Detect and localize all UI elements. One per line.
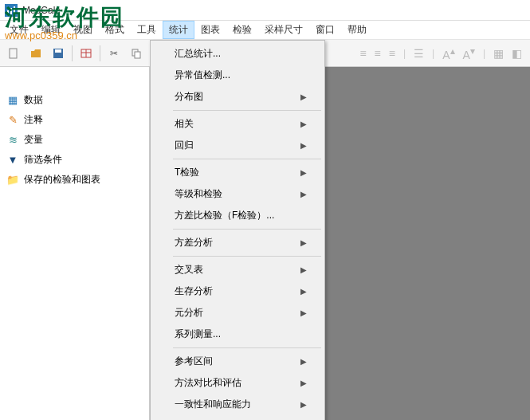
menu-item[interactable]: 异常值检测... — [152, 65, 323, 86]
chevron-right-icon: ▶ — [300, 238, 307, 247]
chevron-right-icon: ▶ — [300, 357, 307, 366]
scissors-icon[interactable]: ✂ — [105, 45, 123, 62]
filter-icon: ▼ — [6, 154, 19, 167]
menu-item-label: T检验 — [175, 166, 199, 179]
menu-item-label: 系列测量... — [175, 328, 221, 341]
open-icon[interactable] — [27, 45, 45, 62]
titlebar: MedCalc — [0, 0, 530, 21]
menu-edit[interactable]: 编辑 — [35, 21, 67, 39]
folder-icon: 📁 — [6, 174, 19, 186]
menu-item[interactable]: 交叉表▶ — [152, 259, 323, 281]
format-toolbar: ≡ ≡ ≡ | ☰ | A▴ A▾ | ▦ ◧ — [359, 40, 530, 67]
menu-item-label: 分布图 — [175, 90, 203, 104]
svg-rect-2 — [14, 6, 15, 14]
menu-item-label: 一致性和响应能力 — [175, 398, 251, 411]
align-center-icon[interactable]: ≡ — [375, 47, 381, 60]
menu-item[interactable]: T检验▶ — [152, 162, 323, 183]
list-icon[interactable]: ☰ — [414, 47, 424, 60]
menu-item[interactable]: 生存分析▶ — [152, 281, 323, 302]
menu-item[interactable]: 参考区间▶ — [152, 351, 323, 372]
sidebar-item-filter[interactable]: ▼ 筛选条件 — [0, 151, 149, 169]
menu-item-label: 参考区间 — [175, 355, 213, 368]
menu-divider — [173, 347, 321, 348]
chevron-right-icon: ▶ — [300, 141, 307, 150]
sidebar-item-label: 注释 — [24, 113, 43, 127]
chevron-right-icon: ▶ — [300, 265, 307, 274]
menu-statistics[interactable]: 统计 — [163, 21, 194, 39]
font-decrease-icon[interactable]: A▾ — [463, 45, 475, 61]
menu-item-label: 元分析 — [175, 306, 203, 320]
menu-item-label: 交叉表 — [175, 263, 203, 277]
menu-item-label: 生存分析 — [175, 285, 213, 298]
table-icon[interactable] — [77, 45, 95, 62]
sidebar-item-label: 数据 — [24, 93, 43, 107]
chevron-right-icon: ▶ — [300, 190, 307, 198]
layout-icon[interactable]: ▦ — [493, 47, 504, 60]
save-icon[interactable] — [49, 45, 67, 62]
align-right-icon[interactable]: ≡ — [389, 47, 395, 60]
svg-rect-10 — [135, 52, 140, 58]
sidebar-item-variables[interactable]: ≋ 变量 — [0, 131, 149, 149]
menu-item[interactable]: 方法对比和评估▶ — [152, 372, 323, 394]
menu-item[interactable]: 方差分析▶ — [152, 232, 323, 253]
svg-rect-0 — [7, 10, 9, 14]
menu-item-label: 异常值检测... — [175, 69, 230, 82]
menu-item[interactable]: 一致性和响应能力▶ — [152, 394, 323, 415]
svg-rect-1 — [10, 8, 12, 14]
menu-item-label: 方差分析 — [175, 236, 213, 249]
menu-item[interactable]: 系列测量... — [152, 324, 323, 345]
chevron-right-icon: ▶ — [300, 287, 307, 296]
chevron-right-icon: ▶ — [300, 379, 307, 387]
menu-help[interactable]: 帮助 — [341, 21, 373, 39]
menu-chart[interactable]: 图表 — [194, 21, 226, 39]
font-increase-icon[interactable]: A▴ — [442, 45, 454, 61]
new-icon[interactable] — [5, 45, 22, 62]
sidebar: ▦ 数据 ✎ 注释 ≋ 变量 ▼ 筛选条件 📁 保存的检验和图表 — [0, 67, 150, 420]
menu-view[interactable]: 视图 — [67, 21, 99, 39]
menu-divider — [173, 110, 321, 111]
menu-window[interactable]: 窗口 — [309, 21, 341, 39]
chevron-right-icon: ▶ — [300, 120, 307, 128]
menu-sample-size[interactable]: 采样尺寸 — [258, 21, 309, 39]
menu-item[interactable]: 汇总统计... — [152, 43, 323, 65]
menu-item[interactable]: 分布图▶ — [152, 86, 323, 108]
toolbar-separator — [100, 45, 100, 61]
copy-icon[interactable] — [128, 45, 145, 62]
menu-item[interactable]: 相关▶ — [152, 113, 323, 135]
app-title: MedCalc — [22, 5, 60, 16]
toolbar-separator — [72, 45, 73, 61]
menu-format[interactable]: 格式 — [99, 21, 131, 39]
menu-item-label: 汇总统计... — [175, 47, 221, 61]
menu-divider — [173, 256, 321, 257]
menu-divider — [173, 159, 321, 159]
statistics-dropdown: 汇总统计...异常值检测...分布图▶相关▶回归▶T检验▶等级和检验▶方差比检验… — [150, 40, 325, 420]
menu-item-label: 回归 — [175, 139, 194, 152]
menu-tools[interactable]: 工具 — [131, 21, 163, 39]
menu-item[interactable]: 方差比检验（F检验）... — [152, 205, 323, 226]
menubar: 文件 编辑 视图 格式 工具 统计 图表 检验 采样尺寸 窗口 帮助 — [0, 21, 530, 40]
menu-item[interactable]: 元分析▶ — [152, 302, 323, 324]
menu-item-label: 方差比检验（F检验）... — [175, 209, 274, 222]
chevron-right-icon: ▶ — [300, 92, 307, 101]
menu-item[interactable]: 回归▶ — [152, 135, 323, 156]
menu-item[interactable]: ROC曲线▶ — [152, 415, 323, 420]
menu-item-label: 等级和检验 — [175, 187, 222, 201]
chevron-right-icon: ▶ — [300, 308, 307, 317]
sidebar-item-label: 保存的检验和图表 — [24, 173, 100, 186]
menu-item-label: 相关 — [175, 117, 194, 131]
layout2-icon[interactable]: ◧ — [512, 47, 522, 60]
note-icon: ✎ — [6, 114, 19, 127]
menu-item[interactable]: 等级和检验▶ — [152, 183, 323, 205]
sidebar-item-data[interactable]: ▦ 数据 — [0, 91, 149, 109]
menu-file[interactable]: 文件 — [3, 21, 35, 39]
svg-rect-5 — [55, 49, 61, 53]
align-left-icon[interactable]: ≡ — [359, 47, 366, 60]
sidebar-item-notes[interactable]: ✎ 注释 — [0, 111, 149, 129]
grid-icon: ▦ — [6, 94, 19, 107]
svg-rect-3 — [10, 49, 17, 58]
menu-item-label: 方法对比和评估 — [175, 376, 241, 390]
sidebar-item-label: 变量 — [24, 133, 43, 147]
sidebar-item-saved[interactable]: 📁 保存的检验和图表 — [0, 171, 149, 189]
menu-test[interactable]: 检验 — [226, 21, 258, 39]
sidebar-item-label: 筛选条件 — [24, 153, 62, 167]
